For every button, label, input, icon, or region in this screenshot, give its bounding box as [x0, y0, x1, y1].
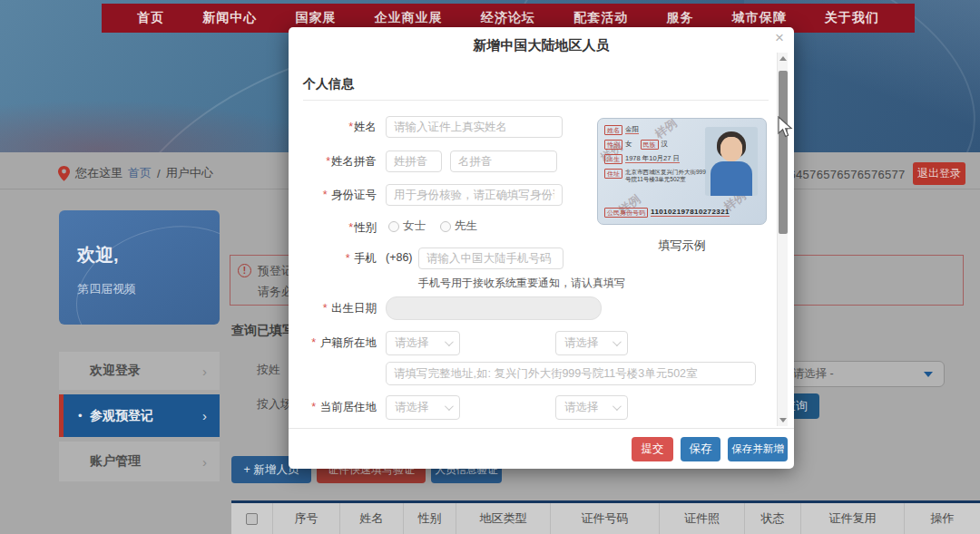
table-header-cell: 姓名 — [340, 503, 404, 534]
table-header-cell: 操作 — [905, 503, 980, 534]
welcome-username: 第四届视频 — [77, 281, 136, 297]
table-header-cell: 性别 — [404, 503, 456, 534]
sample-portrait-photo — [705, 127, 758, 196]
sidebar-item-welcome-login[interactable]: 欢迎登录 › — [59, 352, 220, 390]
welcome-card-decoration — [61, 210, 220, 325]
add-person-modal: × 新增中国大陆地区人员 个人信息 *姓名 *姓名拼音 * 身份证号 *性别 女… — [289, 27, 794, 469]
chevron-right-icon: › — [202, 364, 207, 379]
phone-label: * 手机 — [289, 251, 377, 267]
welcome-greeting: 欢迎, — [77, 243, 119, 267]
id-number-input[interactable] — [386, 184, 563, 206]
card-birth-row: 出生 1978 年10月27 日 — [604, 154, 680, 164]
portrait-body — [710, 161, 752, 196]
save-and-new-button[interactable]: 保存并新增 — [728, 437, 788, 461]
save-button[interactable]: 保存 — [681, 437, 720, 461]
nav-item-home[interactable]: 首页 — [137, 10, 164, 26]
nav-item-city-support[interactable]: 城市保障 — [732, 10, 787, 26]
personal-info-section-title: 个人信息 — [303, 76, 354, 92]
filter-label-by-name: 按姓 — [257, 362, 280, 378]
modal-title: 新增中国大陆地区人员 — [289, 37, 794, 54]
scrollbar-down-arrow-icon[interactable] — [779, 418, 787, 422]
breadcrumb-separator: / — [157, 167, 161, 180]
sample-id-card: 样例 样例 样例 样例 样例 姓名 金阳 性别 女 民族 汉 出生 — [597, 118, 767, 225]
name-input[interactable] — [386, 116, 563, 138]
name-label: *姓名 — [289, 120, 377, 135]
scrollbar-up-arrow-icon[interactable] — [779, 56, 787, 61]
full-address-input[interactable] — [386, 362, 756, 385]
gender-radio-group: 女士 先生 — [388, 218, 477, 234]
current-province-select[interactable]: 请选择 — [386, 395, 460, 420]
nav-item-news[interactable]: 新闻中心 — [202, 10, 257, 26]
logout-button[interactable]: 退出登录 — [913, 162, 965, 185]
radio-circle-icon — [388, 221, 399, 232]
phone-hint: 手机号用于接收系统重要通知，请认真填写 — [418, 276, 625, 291]
card-id-number-row: 公民身份号码 110102197810272321 — [604, 208, 730, 218]
card-gender-row: 性别 女 民族 汉 — [604, 140, 668, 150]
gender-label: *性别 — [289, 220, 377, 236]
sidebar-item-account-management[interactable]: 账户管理 › — [59, 442, 220, 481]
breadcrumb-prefix: 您在这里 — [75, 165, 122, 181]
nav-item-forum[interactable]: 经济论坛 — [481, 10, 535, 26]
nav-item-services[interactable]: 服务 — [666, 10, 693, 26]
caret-down-icon — [924, 372, 933, 377]
breadcrumb-current: 用户中心 — [166, 165, 213, 181]
current-residence-label: * 当前居住地 — [289, 400, 377, 415]
chevron-right-icon: › — [202, 454, 207, 470]
radio-circle-icon — [440, 221, 451, 232]
nav-item-country-expo[interactable]: 国家展 — [296, 10, 337, 26]
birth-date-label: * 出生日期 — [289, 301, 377, 316]
phone-country-prefix: (+86) — [386, 251, 413, 264]
pinyin-label: *姓名拼音 — [289, 154, 377, 170]
warning-icon: ! — [238, 264, 251, 277]
table-select-all-cell — [231, 503, 273, 534]
query-section-title: 查询已填写 — [231, 323, 295, 339]
breadcrumb: 您在这里 首页 / 用户中心 — [58, 163, 213, 183]
nav-item-activities[interactable]: 配套活动 — [573, 10, 628, 26]
sidebar-item-label: 参观预登记 — [90, 408, 153, 424]
table-header-cell: 序号 — [273, 503, 340, 534]
nav-item-business-expo[interactable]: 企业商业展 — [375, 10, 443, 26]
location-pin-icon — [58, 166, 70, 181]
nav-item-about[interactable]: 关于我们 — [825, 10, 879, 26]
modal-footer-divider — [289, 428, 794, 429]
card-address-row: 住址 北京市西城区复兴门外大街999号院11号楼3单元502室 — [604, 169, 710, 183]
modal-scrollbar[interactable] — [777, 53, 788, 426]
sidebar-item-label: 欢迎登录 — [90, 363, 141, 379]
registered-residence-label: * 户籍所在地 — [289, 335, 377, 351]
select-all-checkbox[interactable] — [246, 513, 258, 525]
phone-input[interactable] — [418, 248, 564, 269]
chevron-down-icon — [445, 337, 454, 346]
last-name-pinyin-input[interactable] — [386, 150, 442, 172]
registered-city-select[interactable]: 请选择 — [555, 331, 628, 355]
first-name-pinyin-input[interactable] — [450, 150, 557, 172]
scrollbar-thumb[interactable] — [779, 71, 788, 234]
banner-red-glow — [0, 100, 327, 152]
table-header-cell: 证件号码 — [551, 503, 660, 534]
chevron-down-icon — [612, 337, 622, 346]
breadcrumb-home-link[interactable]: 首页 — [128, 165, 152, 181]
table-header-cell: 状态 — [745, 503, 801, 534]
bullet-icon: • — [78, 409, 83, 422]
gender-female-radio[interactable]: 女士 — [388, 218, 426, 234]
page: 首页 新闻中心 国家展 企业商业展 经济论坛 配套活动 服务 城市保障 关于我们… — [0, 0, 980, 534]
table-header-cell: 证件照 — [660, 503, 745, 534]
gender-male-radio[interactable]: 先生 — [440, 218, 477, 234]
chevron-right-icon: › — [202, 408, 207, 423]
welcome-card: 欢迎, 第四届视频 — [59, 210, 220, 325]
person-table-header: 序号 姓名 性别 地区类型 证件号码 证件照 状态 证件复用 操作 — [231, 500, 980, 534]
page-filter-select[interactable]: - 请选择 - — [774, 361, 945, 387]
section-divider — [303, 100, 769, 101]
table-header-cell: 证件复用 — [801, 503, 905, 534]
current-city-select[interactable]: 请选择 — [555, 395, 628, 420]
sidebar-item-visit-preregistration[interactable]: • 参观预登记 › — [59, 394, 220, 437]
sample-caption: 填写示例 — [597, 238, 767, 254]
birth-date-input — [386, 296, 602, 320]
user-id-number: 464576576576576577 — [782, 168, 905, 181]
portrait-face — [720, 137, 742, 161]
chevron-down-icon — [445, 402, 454, 411]
registered-province-select[interactable]: 请选择 — [386, 331, 460, 355]
sidebar-item-label: 账户管理 — [90, 453, 141, 470]
submit-button[interactable]: 提交 — [632, 437, 673, 461]
id-number-label: * 身份证号 — [289, 188, 377, 203]
chevron-down-icon — [612, 402, 622, 411]
